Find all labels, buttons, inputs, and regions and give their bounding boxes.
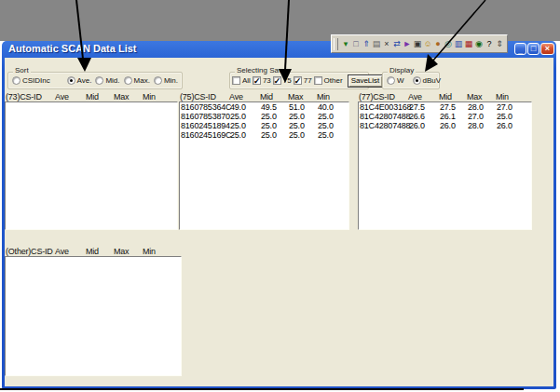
- cell-cs-id: 81607853870: [181, 112, 230, 121]
- selecting-save-group-label: Selecting Save: [235, 66, 288, 74]
- cell-value: 25.0: [318, 130, 348, 140]
- toolbar-grip-handle[interactable]: [334, 38, 338, 50]
- cell-value: 25.0: [289, 112, 318, 121]
- checkbox-option-all[interactable]: All: [232, 76, 251, 85]
- checkbox-option-73[interactable]: ✓73: [253, 76, 271, 85]
- table-row[interactable]: 8160785387025.025.025.025.0: [180, 112, 348, 121]
- window-controls: _ □ ×: [514, 43, 554, 55]
- radio-label: W: [397, 76, 404, 85]
- table-row[interactable]: 8160785364C49.049.551.040.0: [180, 102, 348, 112]
- bottom-border-line: [0, 388, 524, 390]
- cell-value: 25.0: [230, 130, 261, 140]
- toolbar-icon-smiley[interactable]: ☺: [423, 37, 432, 50]
- panel-header-other: (Other)CS-IDAveMidMaxMin: [6, 247, 183, 256]
- radio-dot: [70, 79, 73, 82]
- col-header-max: Max: [114, 92, 143, 101]
- checkbox-option-75[interactable]: ✓75: [273, 76, 292, 85]
- radio-option-dbuv[interactable]: dBuV: [413, 76, 442, 85]
- panel-header-73: (73)CS-IDAveMidMaxMin: [6, 92, 179, 101]
- toolbar-icon-open[interactable]: □: [351, 37, 361, 50]
- checkbox-icon: [232, 76, 240, 85]
- cell-value: 27.5: [409, 102, 440, 112]
- cell-value: 26.0: [409, 121, 440, 130]
- maximize-button[interactable]: □: [527, 43, 540, 55]
- cell-cs-id: 81602451894: [181, 121, 230, 130]
- toolbar-icon-swap[interactable]: ⇄: [392, 37, 402, 50]
- toolbar-icon-save[interactable]: ▦: [464, 37, 473, 50]
- cell-value: 25.0: [261, 130, 289, 140]
- checkbox-option-77[interactable]: ✓77: [294, 76, 312, 85]
- table-row[interactable]: 81C4280748826.626.127.025.0: [359, 112, 531, 121]
- checkbox-icon: ✓: [294, 76, 302, 85]
- toolbar-icon-print[interactable]: ▣: [413, 37, 422, 50]
- toolbar-icon-up[interactable]: ⇑: [362, 37, 371, 50]
- checkbox-label: 75: [283, 76, 292, 85]
- col-header-max: Max: [467, 92, 496, 101]
- checkbox-icon: ✓: [253, 76, 261, 85]
- radio-option-ave[interactable]: Ave.: [67, 76, 92, 85]
- cell-value: 51.0: [289, 102, 318, 112]
- panel-header-77: (77)CS-IDAveMidMaxMin: [359, 92, 533, 101]
- cell-value: 25.0: [289, 130, 318, 140]
- minimize-button[interactable]: _: [514, 43, 526, 55]
- toolbar-icon-cut[interactable]: ×: [382, 37, 391, 50]
- radio-option-csidinc[interactable]: CSIDInc: [12, 76, 50, 85]
- checkbox-label: 77: [304, 76, 312, 85]
- col-header-mid: Mid: [86, 92, 114, 101]
- checkbox-icon: ✓: [273, 76, 281, 85]
- toolbar-icon-target[interactable]: ◎: [444, 37, 453, 50]
- radio-dot: [416, 79, 418, 82]
- toolbar-icons: ▾□⇑▤×⇄►▣☺●◎▥▦◉?⇕: [341, 37, 504, 50]
- selecting-save-groupbox: Selecting Save All✓73✓75✓77Other SaveLis…: [229, 72, 369, 89]
- table-row[interactable]: 8160245169C25.025.025.025.0: [180, 130, 348, 140]
- cell-value: 28.0: [468, 102, 497, 112]
- savelist-button[interactable]: SaveList: [348, 74, 384, 88]
- toolbar-icon-clock[interactable]: ●: [433, 37, 443, 50]
- toolbar-icon-doc[interactable]: ▥: [454, 37, 463, 50]
- col-header-ave: Ave: [229, 92, 260, 101]
- cell-value: 40.0: [318, 102, 348, 112]
- list-73[interactable]: [5, 101, 178, 230]
- radio-option-w[interactable]: W: [387, 76, 404, 85]
- list-other[interactable]: [5, 256, 182, 376]
- table-row[interactable]: 8160245189425.025.025.025.0: [180, 121, 348, 130]
- close-button[interactable]: ×: [540, 43, 554, 55]
- cell-value: 25.0: [497, 112, 531, 121]
- checkbox-icon: [314, 76, 322, 85]
- table-row[interactable]: 81C4E00316827.527.528.027.0: [359, 102, 531, 112]
- col-header-min: Min: [143, 92, 179, 101]
- sort-radio-row: CSIDIncAve.Mid.Max.Min.: [8, 73, 182, 88]
- checkbox-label: All: [242, 76, 251, 85]
- radio-icon: [154, 76, 162, 85]
- checkbox-option-other[interactable]: Other: [314, 76, 343, 85]
- panel-header-75: (75)CS-IDAveMidMaxMin: [180, 92, 350, 101]
- col-header-mid: Mid: [439, 92, 467, 101]
- col-header-min: Min: [143, 247, 183, 256]
- toolbar-icon-globe[interactable]: ◉: [474, 37, 484, 50]
- toolbar-icon-more[interactable]: ⇕: [495, 37, 504, 50]
- toolbar-icon-list[interactable]: ▤: [372, 37, 381, 50]
- list-77[interactable]: 81C4E00316827.527.528.027.081C4280748826…: [358, 101, 532, 230]
- radio-option-min[interactable]: Min.: [154, 76, 178, 85]
- cell-cs-id: 81C42807488: [360, 121, 409, 130]
- radio-icon: [95, 76, 103, 85]
- radio-option-mid[interactable]: Mid.: [95, 76, 119, 85]
- selecting-save-row: All✓73✓75✓77Other SaveList: [230, 73, 368, 88]
- radio-label: Mid.: [105, 76, 119, 85]
- cell-value: 28.0: [468, 121, 497, 130]
- toolbar-icon-run[interactable]: ►: [403, 37, 412, 50]
- radio-label: Min.: [164, 76, 178, 85]
- toolbar-icon-help[interactable]: ?: [485, 37, 494, 50]
- toolbar-icon-new[interactable]: ▾: [341, 37, 350, 50]
- checkbox-label: Other: [324, 76, 343, 85]
- list-75[interactable]: 8160785364C49.049.551.040.08160785387025…: [179, 101, 349, 230]
- radio-label: Max.: [134, 76, 150, 85]
- col-header-min: Min: [496, 92, 533, 101]
- table-row[interactable]: 81C4280748826.026.028.026.0: [359, 121, 531, 130]
- col-header-ave: Ave: [408, 92, 439, 101]
- radio-option-max[interactable]: Max.: [124, 76, 150, 85]
- cell-value: 25.0: [261, 112, 289, 121]
- col-header-min: Min: [317, 92, 350, 101]
- cell-value: 26.0: [497, 121, 531, 130]
- cell-value: 27.5: [440, 102, 468, 112]
